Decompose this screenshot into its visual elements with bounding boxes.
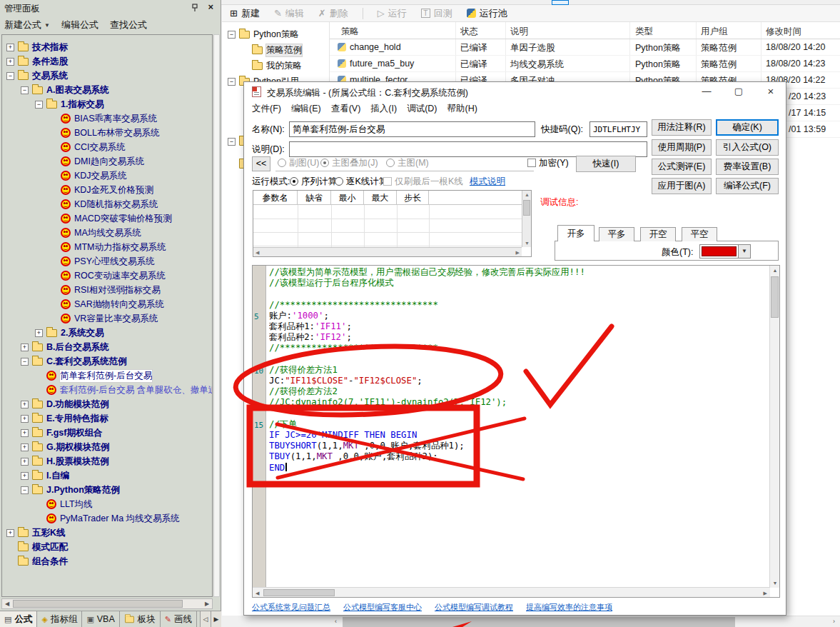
- tree-expand-toggle[interactable]: −: [35, 101, 43, 109]
- tree-folder-item[interactable]: 模式匹配: [6, 541, 68, 553]
- tree-folder-item[interactable]: +条件选股: [6, 55, 68, 68]
- tree-folder-item[interactable]: +B.后台交易系统: [21, 341, 109, 353]
- signal-tab-开空[interactable]: 开空: [640, 227, 676, 241]
- scrollbar-thumb[interactable]: [771, 276, 779, 318]
- tree-expand-toggle[interactable]: +: [6, 44, 14, 51]
- tree-expand-toggle[interactable]: +: [21, 429, 29, 437]
- tree-folder-item[interactable]: +五彩K线: [6, 526, 66, 539]
- color-dropdown[interactable]: ▼: [699, 244, 751, 259]
- tree-expand-toggle[interactable]: +: [21, 401, 29, 408]
- help-link[interactable]: 提高编写效率的注意事项: [526, 602, 612, 613]
- param-vertical-scrollbar[interactable]: ▲ ▼: [522, 191, 531, 247]
- panel-tab-指标组[interactable]: ◈指标组: [37, 611, 82, 627]
- help-link[interactable]: 公式模型编写调试教程: [435, 602, 513, 613]
- panel-tab-画线[interactable]: ✎画线: [161, 611, 197, 627]
- strategy-tree-item[interactable]: 我的策略: [241, 59, 302, 72]
- panel-tab-VBA[interactable]: ▣VBA: [82, 611, 119, 627]
- tree-folder-item[interactable]: −C.套利交易系统范例: [21, 355, 127, 368]
- tree-formula-item[interactable]: SAR抛物转向交易系统: [49, 298, 164, 311]
- scrollbar-thumb[interactable]: [263, 589, 335, 596]
- tree-formula-item[interactable]: LLT均线: [35, 498, 93, 511]
- formula-menu-item[interactable]: 新建公式▼: [4, 19, 50, 31]
- dialog-menu-帮助(H)[interactable]: 帮助(H): [447, 103, 477, 119]
- scroll-left-icon[interactable]: ◀: [255, 250, 259, 256]
- tree-folder-item[interactable]: +I.自编: [21, 469, 69, 482]
- toolbar-新建-button[interactable]: ⊞新建: [230, 7, 260, 20]
- tree-folder-item[interactable]: +2.系统交易: [35, 326, 103, 339]
- formula-menu-item[interactable]: 查找公式: [110, 19, 147, 31]
- main-horizontal-scrollbar[interactable]: ‹ ›: [330, 616, 840, 627]
- tree-formula-item[interactable]: KD随机指标交易系统: [49, 198, 158, 211]
- scroll-down-icon[interactable]: ▼: [770, 581, 780, 586]
- tab-scroll-left-icon[interactable]: ◁: [200, 611, 211, 627]
- quick-button[interactable]: 快速(I): [576, 156, 636, 172]
- usage-note-button[interactable]: 用法注释(R): [652, 119, 712, 136]
- column-header-用户组[interactable]: 用户组: [701, 26, 728, 38]
- tree-expand-toggle[interactable]: +: [21, 443, 29, 451]
- tree-formula-item[interactable]: 套利范例-后台交易 含单腿砍仓、撤单追单: [35, 383, 213, 396]
- tree-formula-item[interactable]: MTM动力指标交易系统: [49, 241, 166, 254]
- dialog-menu-文件(F)[interactable]: 文件(F): [252, 103, 281, 119]
- main-chart-radio[interactable]: [386, 159, 395, 167]
- chevron-down-icon[interactable]: ▼: [738, 245, 750, 258]
- scroll-right-icon[interactable]: ›: [828, 616, 840, 627]
- toolbar-运行池-button[interactable]: 运行池: [467, 7, 507, 20]
- tree-expand-toggle[interactable]: −: [21, 358, 29, 366]
- code-editor[interactable]: 51015 //该模型为简单示范模型，用户需根据自己交易经验，修改完善后再实际应…: [252, 265, 780, 598]
- dialog-titlebar[interactable]: 交易系统编辑 - (所属公式组：C.套利交易系统范例) — ▢ ×: [244, 82, 786, 101]
- code-text[interactable]: //该模型为简单示范模型，用户需根据自己交易经验，修改完善后再实际应用!!!//…: [269, 267, 769, 587]
- strategy-tree-item[interactable]: 策略范例: [241, 44, 302, 56]
- per-bar-calc-radio[interactable]: [335, 177, 343, 186]
- scroll-left-icon[interactable]: ◀: [2, 599, 12, 608]
- refresh-last-bar-checkbox[interactable]: [383, 177, 392, 186]
- table-row[interactable]: future_ma5_buy已编译均线交易系统Python策略策略范例18/08…: [330, 56, 840, 72]
- scrollbar-thumb[interactable]: [523, 200, 530, 216]
- desc-input[interactable]: [289, 141, 647, 157]
- strategy-tree-item[interactable]: −Python策略: [228, 28, 299, 41]
- tree-formula-item[interactable]: VR容量比率交易系统: [49, 312, 158, 325]
- panel-tab-公式[interactable]: ▤公式: [0, 611, 37, 627]
- tree-expand-toggle[interactable]: +: [35, 329, 43, 337]
- tree-folder-item[interactable]: +E.专用特色指标: [21, 412, 108, 425]
- signal-tab-平空[interactable]: 平空: [682, 227, 717, 241]
- tree-folder-item[interactable]: −A.图表交易系统: [21, 84, 109, 96]
- fee-settings-button[interactable]: 费率设置(B): [716, 159, 779, 175]
- scroll-up-icon[interactable]: ▲: [522, 192, 532, 197]
- tree-expand-toggle[interactable]: +: [21, 458, 29, 466]
- scroll-down-icon[interactable]: ▼: [522, 241, 532, 246]
- overlay-chart-radio[interactable]: [320, 159, 329, 167]
- tree-formula-item[interactable]: BOLL布林带交易系统: [49, 126, 159, 139]
- tree-formula-item[interactable]: KDJ金死叉价格预测: [49, 184, 153, 196]
- param-horizontal-scrollbar[interactable]: ◀ ▶: [253, 247, 522, 256]
- dialog-menu-调试(D)[interactable]: 调试(D): [407, 103, 437, 119]
- evaluate-button[interactable]: 公式测评(E): [652, 159, 712, 175]
- tree-expand-toggle[interactable]: −: [21, 486, 29, 494]
- scroll-right-icon[interactable]: ▶: [516, 250, 520, 256]
- tree-folder-item[interactable]: −1.指标交易: [35, 98, 103, 111]
- tree-expand-toggle[interactable]: +: [21, 415, 29, 423]
- maximize-icon[interactable]: ▢: [728, 82, 749, 101]
- tree-folder-item[interactable]: 组合条件: [6, 555, 68, 568]
- column-header-状态[interactable]: 状态: [460, 26, 478, 38]
- tree-expand-toggle[interactable]: −: [228, 31, 236, 39]
- tree-formula-item[interactable]: BIAS乖离率交易系统: [49, 112, 157, 125]
- dialog-menu-编辑(E)[interactable]: 编辑(E): [291, 103, 321, 119]
- tree-folder-item[interactable]: +H.股票模块范例: [21, 455, 109, 468]
- sequence-calc-radio[interactable]: [290, 177, 298, 186]
- name-input[interactable]: [289, 121, 535, 137]
- tab-scroll-right-icon[interactable]: ▶: [211, 611, 221, 627]
- tree-expand-toggle[interactable]: −: [6, 72, 14, 80]
- use-period-button[interactable]: 使用周期(P): [652, 139, 712, 156]
- help-link[interactable]: 公式模型编写客服中心: [343, 602, 422, 613]
- dialog-menu-查看(V)[interactable]: 查看(V): [331, 103, 361, 119]
- tree-folder-item[interactable]: +技术指标: [6, 41, 68, 54]
- compile-button[interactable]: 编译公式(F): [716, 178, 779, 194]
- formula-menu-item[interactable]: 编辑公式: [61, 19, 98, 31]
- tree-formula-item[interactable]: RSI相对强弱指标交易: [49, 284, 161, 296]
- mode-help-link[interactable]: 模式说明: [470, 176, 505, 188]
- scroll-left-icon[interactable]: ‹: [330, 616, 342, 627]
- tree-horizontal-scrollbar[interactable]: ◀ ▶: [1, 598, 213, 609]
- tree-formula-item[interactable]: MACD突破零轴价格预测: [49, 212, 172, 225]
- close-panel-icon[interactable]: ×: [208, 1, 213, 12]
- collapse-button[interactable]: <<: [252, 156, 270, 171]
